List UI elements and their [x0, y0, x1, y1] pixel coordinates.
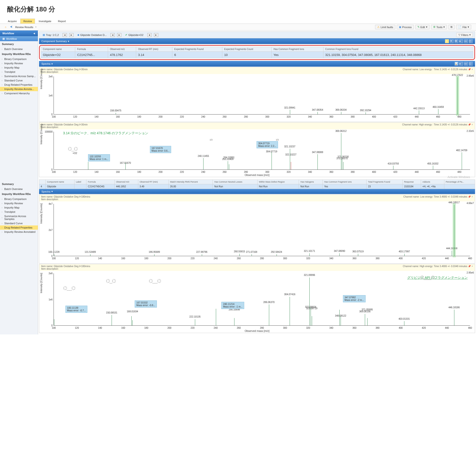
component-summary-header[interactable]: Component Summary▾ ⚠ ✦ ⚙ ▸ ▭ ◻	[39, 38, 475, 44]
sidebar-item[interactable]: Impurity Review Annotated	[0, 230, 38, 234]
spec1-close-icon[interactable]: ×	[471, 68, 473, 71]
workflow-panel-header[interactable]: Workflow◄	[0, 30, 38, 36]
spectrum-peak[interactable]	[343, 162, 343, 170]
spectrum-peak[interactable]	[309, 277, 310, 326]
spectrum-peak[interactable]	[88, 162, 88, 170]
spec3-pin-icon[interactable]: 📌	[468, 195, 471, 198]
chevron-left-icon[interactable]: ◄	[33, 32, 35, 35]
component-selector[interactable]: ✔Glipizide+O2	[124, 33, 145, 37]
column-header[interactable]: Component name	[45, 180, 74, 184]
column-header[interactable]: Common Fragment Ions Found	[323, 47, 473, 52]
sidebar-item[interactable]: Drug Related Properties	[0, 83, 38, 87]
column-header[interactable]: Component name	[41, 47, 75, 52]
spectrum-peak[interactable]	[229, 164, 229, 170]
column-header[interactable]: Has Common Fragment Ions	[272, 47, 323, 52]
spec1-pin-icon[interactable]: 📌	[468, 68, 471, 71]
spectrum-peak[interactable]	[54, 254, 54, 256]
spectrum-peak[interactable]	[252, 254, 252, 256]
sidebar-item[interactable]: Standard Curve	[0, 221, 38, 226]
spectrum-peak[interactable]	[131, 316, 132, 326]
tab-report[interactable]: Report	[55, 19, 69, 24]
spectra-minimize-icon[interactable]: ▭	[464, 62, 468, 66]
panel-tool-3-icon[interactable]: ⚙	[455, 39, 458, 43]
spectrum-peak[interactable]	[309, 253, 310, 256]
spectra-maximize-icon[interactable]: ◻	[469, 62, 473, 66]
spec4-pin-icon[interactable]: 📌	[468, 265, 471, 268]
fragment-annotation[interactable]: 100.11139Mass error: -0.7...	[65, 306, 88, 313]
spectrum-peak[interactable]	[269, 304, 269, 326]
spec1-chart[interactable]: 2.95e6 Intensity [Counts] 10012014016018…	[39, 74, 475, 122]
column-header[interactable]: Has Common Fragment Ions	[322, 180, 366, 184]
sidebar-item[interactable]: Impurity Review	[0, 61, 38, 65]
spectrum-peak[interactable]	[116, 113, 116, 114]
spec2-pin-icon[interactable]: 📌	[468, 123, 471, 126]
sidebar-item[interactable]: Batch Overview	[0, 187, 38, 191]
column-header[interactable]: Expected Fragments Count	[222, 47, 272, 52]
spectrum-peak[interactable]	[358, 254, 358, 256]
panel-tool-4-icon[interactable]: ▸	[459, 39, 463, 43]
column-header[interactable]: Response	[402, 180, 421, 184]
column-header[interactable]: Has Halogens	[299, 180, 323, 184]
spectrum-peak[interactable]	[234, 318, 234, 326]
component-summary-row[interactable]: Glipizide+O2C21H27N5...478.17623.14610Ye…	[41, 52, 473, 58]
spectrum-peak[interactable]	[154, 254, 154, 256]
tab-investigate[interactable]: Investigate	[35, 19, 54, 24]
column-header[interactable]: Observed m/z	[114, 180, 138, 184]
column-header[interactable]	[39, 180, 46, 184]
tray-next-button[interactable]: ►	[69, 33, 74, 37]
sidebar-item[interactable]: Impurity Review Annota...	[0, 87, 38, 91]
spectrum-peak[interactable]	[90, 254, 91, 256]
sidebar-item[interactable]: Impurity Map	[0, 205, 38, 210]
spectrum-peak[interactable]	[216, 309, 216, 326]
spectrum-peak[interactable]	[454, 310, 454, 326]
spec4-close-icon[interactable]: ×	[471, 265, 473, 268]
spectrum-peak[interactable]	[454, 205, 454, 256]
column-header[interactable]: Total Fragments Found	[366, 180, 402, 184]
fragment-annotation[interactable]: 132.10293Mass error: 1 m...	[88, 154, 110, 161]
fragment-annotation[interactable]: 167.01670Mass error: 0.6...	[150, 146, 171, 153]
copy-button[interactable]: ⧉	[448, 25, 455, 29]
spectrum-peak[interactable]	[393, 166, 393, 170]
breadcrumb-close-icon[interactable]: ×	[35, 26, 37, 28]
tray-selector[interactable]: ▦Tray: 1:C,2	[41, 33, 60, 37]
fragment-annotation[interactable]: 304.07719Mass error: 2.2...	[257, 141, 278, 148]
spectrum-peak[interactable]	[112, 315, 112, 326]
spectra-panel-header-2[interactable]: Spectra▾	[39, 189, 475, 194]
sidebar-item[interactable]: Impurity Review	[0, 201, 38, 205]
spectrum-peak[interactable]	[290, 297, 290, 326]
spectrum-peak[interactable]	[272, 151, 272, 170]
column-header[interactable]: Percentage of Pa...	[444, 180, 475, 184]
spectra-chart-icon[interactable]: 📊	[455, 62, 458, 66]
spectra-panel-header[interactable]: Spectra▾ 📊 ▸ ▭ ◻	[39, 61, 475, 67]
spectrum-peak[interactable]	[365, 314, 365, 326]
spectrum-peak[interactable]	[341, 316, 341, 326]
column-header[interactable]: Observed m/z	[108, 47, 136, 52]
spectrum-peak[interactable]	[365, 112, 366, 114]
spectrum-peak[interactable]	[433, 166, 433, 170]
process-button[interactable]: ▣Process	[397, 25, 414, 29]
fragment-annotation[interactable]: 167.01532Mass error: -0.8...	[135, 300, 157, 308]
spectrum-peak[interactable]	[277, 254, 277, 256]
sample-selector[interactable]: ◆Glipizide Oxidative D...	[76, 33, 108, 37]
spectrum-peak[interactable]	[290, 149, 290, 170]
file-button[interactable]: 📄File ▾	[456, 25, 471, 29]
sample-next-button[interactable]: ►	[117, 33, 121, 37]
column-header[interactable]: Adducts	[421, 180, 444, 184]
column-header[interactable]: Expected Fragments Found	[172, 47, 222, 52]
limit-faults-button[interactable]: ⚠Limit faults	[375, 25, 395, 29]
column-header[interactable]: Within Mass Defect Region	[257, 180, 299, 184]
sidebar-item[interactable]: Binary Comparison	[0, 197, 38, 201]
spectrum-peak[interactable]	[452, 251, 452, 256]
spectrum-peak[interactable]	[291, 162, 291, 170]
spectrum-peak[interactable]	[462, 152, 462, 170]
spectrum-peak[interactable]	[202, 254, 202, 256]
spectrum-peak[interactable]	[341, 133, 341, 170]
spectrum-peak[interactable]	[312, 316, 312, 326]
column-header[interactable]: Observed RT (min)	[138, 180, 168, 184]
column-header[interactable]: Label	[74, 180, 86, 184]
fragment-annotation[interactable]: 240.11214Mass error: -1 m...	[221, 302, 244, 309]
panel-minimize-icon[interactable]: ▭	[464, 39, 468, 43]
tools-button[interactable]: ⚙Tools ▾	[431, 25, 447, 29]
component-summary-row-2[interactable]: 4GlipizideC21H27N5O4S446.18523.4926.00No…	[39, 184, 475, 189]
workflow-sub-header[interactable]: ▦Workflow	[0, 36, 38, 41]
